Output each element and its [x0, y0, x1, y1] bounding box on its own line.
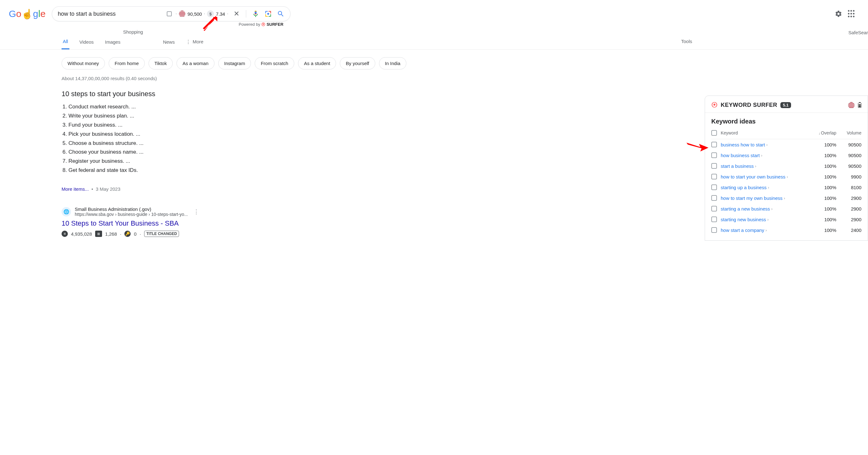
keyword-volume: 2900 [836, 217, 861, 222]
tab-all[interactable]: All [62, 35, 69, 49]
safesearch-label[interactable]: SafeSear [848, 30, 868, 35]
keyword-link[interactable]: how to start your own business › [721, 174, 811, 179]
search-input[interactable] [58, 11, 165, 17]
chip[interactable]: In India [379, 57, 406, 69]
more-items-link[interactable]: More items... [62, 186, 89, 192]
tab-more[interactable]: ⋮More [185, 36, 205, 49]
keyword-checkbox[interactable] [711, 184, 717, 190]
list-item: Write your business plan. ... [68, 112, 302, 121]
search-volume: 90,500 [187, 11, 202, 17]
keyword-volume: 2900 [836, 195, 861, 201]
svg-rect-4 [266, 11, 266, 13]
annotation-arrow [686, 138, 709, 154]
settings-icon[interactable] [835, 10, 842, 18]
clear-icon[interactable]: ✕ [233, 10, 240, 18]
result-more-icon[interactable]: ⋮ [193, 208, 199, 215]
keyword-row: how to start your own business ›100%9900 [711, 171, 861, 182]
svg-rect-7 [270, 14, 271, 17]
annotation-arrow [201, 16, 219, 35]
column-overlap[interactable]: ↓Overlap [811, 130, 836, 135]
result-url: https://www.sba.gov › business-guide › 1… [75, 212, 188, 217]
select-all-checkbox[interactable] [711, 130, 717, 136]
keyword-link[interactable]: start a business › [721, 163, 811, 169]
keyword-row: starting a new business ›100%2900 [711, 203, 861, 214]
svg-rect-5 [270, 11, 271, 13]
keyword-row: how start a company ›100%2400 [711, 225, 861, 235]
list-item: Conduct market research. ... [68, 102, 302, 112]
tab-images[interactable]: Images [104, 36, 122, 49]
result-words: 1,268 [105, 231, 117, 237]
voice-search-icon[interactable] [252, 10, 259, 18]
lens-search-icon[interactable] [265, 10, 272, 18]
keyword-link[interactable]: how start a company › [721, 228, 811, 233]
chevron-right-icon: › [768, 185, 769, 190]
keyword-overlap: 100% [811, 174, 836, 179]
apps-grid-icon[interactable] [848, 10, 856, 18]
keyword-overlap: 100% [811, 185, 836, 190]
keyword-checkbox[interactable] [711, 206, 717, 211]
tab-shopping[interactable]: Shopping [123, 29, 143, 35]
result-keywords: 0 [134, 231, 136, 237]
chip[interactable]: Instagram [218, 57, 251, 69]
result-site-name: Small Business Administration (.gov) [75, 207, 188, 212]
keyword-checkbox[interactable] [711, 216, 717, 222]
search-checkbox[interactable] [167, 11, 172, 16]
list-item: Fund your business. ... [68, 121, 302, 130]
chip[interactable]: As a woman [177, 57, 215, 69]
us-flag-icon[interactable] [848, 102, 855, 109]
chip[interactable]: As a student [298, 57, 336, 69]
keyword-overlap: 100% [811, 142, 836, 147]
credits-icon[interactable] [858, 103, 861, 108]
title-changed-badge: TITLE CHANGED [144, 231, 179, 237]
svg-marker-9 [203, 17, 217, 30]
keyword-surfer-panel: ⦿ KEYWORD SURFER 5.1 Keyword ideas Keywo… [705, 95, 868, 237]
chevron-right-icon: › [761, 153, 762, 158]
chevron-right-icon: › [767, 217, 769, 222]
chip[interactable]: Without money [62, 57, 105, 69]
keyword-checkbox[interactable] [711, 195, 717, 201]
keyword-checkbox[interactable] [711, 227, 717, 233]
key-icon: 🔑 [124, 231, 131, 237]
keyword-overlap: 100% [811, 217, 836, 222]
google-logo[interactable]: Go☝gle [9, 8, 45, 20]
featured-date: • 3 May 2023 [90, 186, 120, 192]
keyword-link[interactable]: starting new business › [721, 217, 811, 222]
us-flag-icon [179, 10, 186, 17]
search-bar: · 90,500 · $ 7.34 · ✕ [52, 6, 290, 21]
keyword-link[interactable]: starting a new business › [721, 206, 811, 211]
keyword-row: starting new business ›100%2900 [711, 214, 861, 225]
keyword-link[interactable]: business how to start › [721, 142, 811, 147]
tab-videos[interactable]: Videos [78, 36, 95, 49]
chevron-right-icon: › [755, 164, 756, 169]
keyword-checkbox[interactable] [711, 142, 717, 147]
featured-snippet-title: 10 steps to start your business [62, 90, 302, 98]
chip[interactable]: From home [108, 57, 145, 69]
list-item: Choose a business structure. ... [68, 139, 302, 148]
keyword-volume: 9900 [836, 174, 861, 179]
featured-snippet-list: Conduct market research. ... Write your … [62, 102, 302, 175]
tools-button[interactable]: Tools [681, 39, 692, 44]
svg-point-8 [267, 13, 269, 15]
keyword-overlap: 100% [811, 195, 836, 201]
keyword-checkbox[interactable] [711, 152, 717, 158]
keyword-volume: 8100 [836, 185, 861, 190]
tab-news[interactable]: News [162, 36, 176, 49]
keyword-row: how business start ›100%90500 [711, 150, 861, 160]
keyword-volume: 2900 [836, 206, 861, 211]
traffic-icon: ≡ [62, 231, 68, 237]
chip[interactable]: Tiktok [149, 57, 173, 69]
keyword-link[interactable]: starting up a business › [721, 185, 811, 190]
surfer-brand-label: KEYWORD SURFER [721, 102, 777, 109]
filter-chips: Without money From home Tiktok As a woma… [0, 50, 868, 74]
keyword-link[interactable]: how business start › [721, 153, 811, 158]
chip[interactable]: From scratch [255, 57, 294, 69]
column-keyword[interactable]: Keyword [721, 130, 811, 135]
keyword-overlap: 100% [811, 206, 836, 211]
keyword-checkbox[interactable] [711, 174, 717, 179]
result-title-link[interactable]: 10 Steps to Start Your Business - SBA [62, 219, 302, 228]
chip[interactable]: By yourself [340, 57, 375, 69]
keyword-link[interactable]: how to start my own business › [721, 195, 811, 201]
keyword-checkbox[interactable] [711, 163, 717, 169]
search-icon[interactable] [277, 10, 284, 18]
column-volume[interactable]: Volume [836, 130, 861, 135]
